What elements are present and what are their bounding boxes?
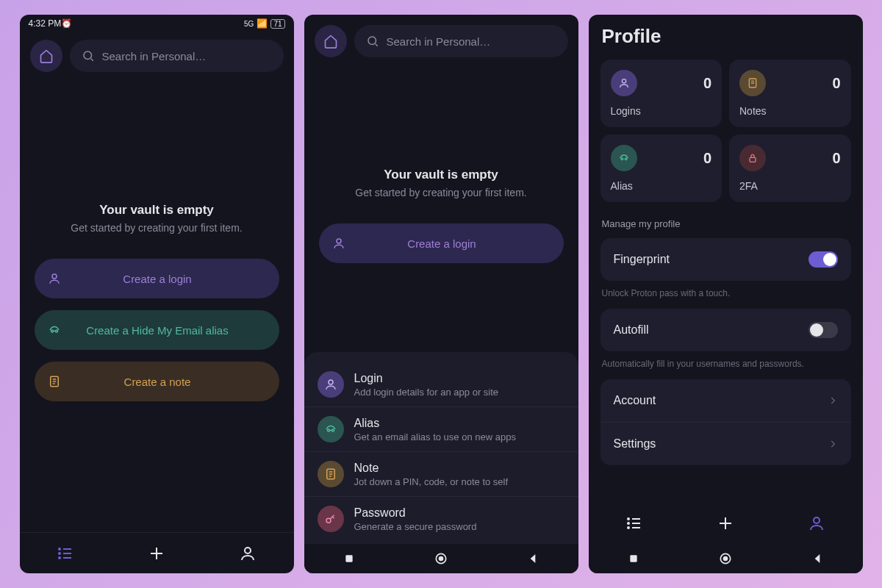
sheet-login-title: Login bbox=[354, 372, 499, 385]
sheet-login[interactable]: Login Add login details for an app or si… bbox=[304, 362, 578, 407]
home-button[interactable] bbox=[315, 25, 347, 57]
note-icon bbox=[48, 375, 61, 388]
system-nav bbox=[304, 544, 578, 573]
create-sheet: Login Add login details for an app or si… bbox=[304, 352, 578, 544]
sheet-password[interactable]: Password Generate a secure password bbox=[304, 497, 578, 541]
lock-icon bbox=[739, 145, 766, 171]
svg-rect-28 bbox=[630, 555, 637, 562]
stat-2fa-label: 2FA bbox=[739, 180, 841, 192]
manage-label: Manage my profile bbox=[589, 208, 863, 234]
svg-point-0 bbox=[84, 51, 92, 60]
nav-profile[interactable] bbox=[795, 514, 839, 532]
account-row[interactable]: Account bbox=[600, 379, 851, 423]
nav-add[interactable] bbox=[135, 545, 179, 562]
autofill-setting[interactable]: Autofill bbox=[600, 309, 851, 351]
stats-grid: 0 Logins 0 Notes 0 Alias bbox=[589, 54, 863, 208]
create-login-label: Create a login bbox=[71, 273, 244, 285]
stat-alias[interactable]: 0 Alias bbox=[600, 135, 723, 202]
empty-title: Your vault is empty bbox=[99, 203, 214, 218]
home-button[interactable] bbox=[30, 40, 62, 72]
stat-2fa[interactable]: 0 2FA bbox=[729, 135, 851, 202]
nav-profile[interactable] bbox=[226, 545, 270, 562]
svg-point-21 bbox=[621, 158, 623, 160]
signal-icon: 📶 bbox=[257, 18, 268, 29]
create-alias-button[interactable]: Create a Hide My Email alias bbox=[35, 310, 279, 350]
svg-point-24 bbox=[628, 518, 629, 520]
stat-notes-label: Notes bbox=[739, 105, 841, 117]
sheet-login-sub: Add login details for an app or site bbox=[354, 387, 499, 398]
svg-point-2 bbox=[51, 330, 53, 332]
svg-rect-23 bbox=[750, 157, 756, 162]
recents-icon[interactable] bbox=[628, 553, 639, 564]
nav-list[interactable] bbox=[612, 514, 656, 532]
person-icon bbox=[318, 371, 344, 398]
svg-point-30 bbox=[723, 556, 728, 562]
battery-icon: 71 bbox=[270, 19, 284, 29]
stat-logins-label: Logins bbox=[611, 105, 712, 117]
system-nav bbox=[589, 544, 863, 573]
back-icon[interactable] bbox=[811, 553, 823, 564]
key-icon bbox=[318, 506, 344, 532]
chevron-right-icon bbox=[828, 439, 838, 449]
fingerprint-toggle[interactable] bbox=[808, 251, 838, 268]
home-nav-icon[interactable] bbox=[434, 551, 448, 566]
alias-icon bbox=[611, 145, 637, 171]
sheet-password-title: Password bbox=[354, 506, 477, 520]
stat-alias-count: 0 bbox=[703, 150, 711, 167]
svg-point-19 bbox=[622, 79, 625, 83]
search-icon bbox=[366, 35, 379, 48]
screen-add-sheet: Search in Personal… Your vault is empty … bbox=[304, 15, 578, 573]
search-input[interactable]: Search in Personal… bbox=[70, 40, 284, 72]
bottom-nav bbox=[20, 532, 294, 573]
sheet-password-sub: Generate a secure password bbox=[354, 521, 477, 532]
svg-point-22 bbox=[625, 158, 627, 160]
settings-row[interactable]: Settings bbox=[600, 423, 851, 465]
stat-alias-label: Alias bbox=[611, 180, 712, 192]
svg-point-26 bbox=[628, 527, 629, 528]
create-login-button[interactable]: Create a login bbox=[35, 259, 279, 298]
autofill-label: Autofill bbox=[614, 323, 649, 337]
empty-title: Your vault is empty bbox=[384, 168, 498, 182]
note-icon bbox=[318, 461, 344, 487]
svg-point-13 bbox=[331, 429, 334, 431]
plus-icon bbox=[148, 545, 165, 562]
search-placeholder: Search in Personal… bbox=[387, 35, 491, 48]
sheet-note[interactable]: Note Jot down a PIN, code, or note to se… bbox=[304, 452, 578, 497]
fingerprint-setting[interactable]: Fingerprint bbox=[600, 238, 851, 281]
search-input[interactable]: Search in Personal… bbox=[354, 25, 568, 57]
svg-rect-16 bbox=[345, 555, 352, 562]
chevron-right-icon bbox=[828, 395, 838, 406]
empty-state: Your vault is empty Get started by creat… bbox=[20, 79, 294, 532]
list-icon bbox=[57, 545, 74, 562]
svg-point-11 bbox=[329, 380, 333, 384]
stat-logins[interactable]: 0 Logins bbox=[600, 60, 723, 127]
search-placeholder: Search in Personal… bbox=[102, 50, 207, 62]
stat-2fa-count: 0 bbox=[832, 150, 840, 167]
create-note-button[interactable]: Create a note bbox=[35, 362, 279, 401]
svg-point-12 bbox=[327, 429, 329, 431]
back-icon[interactable] bbox=[527, 553, 539, 564]
note-icon bbox=[739, 70, 766, 96]
svg-point-8 bbox=[245, 548, 251, 553]
sheet-note-sub: Jot down a PIN, code, or note to self bbox=[354, 476, 509, 487]
svg-point-15 bbox=[326, 518, 331, 523]
nav-list[interactable] bbox=[43, 545, 87, 562]
list-icon bbox=[625, 514, 643, 532]
empty-subtitle: Get started by creating your first item. bbox=[71, 222, 242, 234]
stat-notes[interactable]: 0 Notes bbox=[729, 60, 851, 127]
person-icon bbox=[48, 272, 61, 285]
svg-point-6 bbox=[59, 553, 60, 554]
autofill-toggle[interactable] bbox=[808, 322, 838, 338]
create-login-label: Create a login bbox=[356, 237, 528, 250]
svg-point-7 bbox=[59, 557, 60, 559]
screen-vault-empty: 4:32 PM ⏰ 5G 📶 71 Search in Personal… Yo… bbox=[20, 15, 294, 573]
recents-icon[interactable] bbox=[343, 553, 355, 564]
profile-icon bbox=[239, 545, 257, 562]
nav-add[interactable] bbox=[703, 514, 747, 532]
svg-point-5 bbox=[59, 548, 60, 550]
home-nav-icon[interactable] bbox=[718, 551, 733, 566]
stat-logins-count: 0 bbox=[703, 75, 711, 92]
svg-point-18 bbox=[439, 556, 444, 562]
sheet-alias[interactable]: Alias Get an email alias to use on new a… bbox=[304, 407, 578, 452]
create-login-button[interactable]: Create a login bbox=[319, 223, 564, 263]
